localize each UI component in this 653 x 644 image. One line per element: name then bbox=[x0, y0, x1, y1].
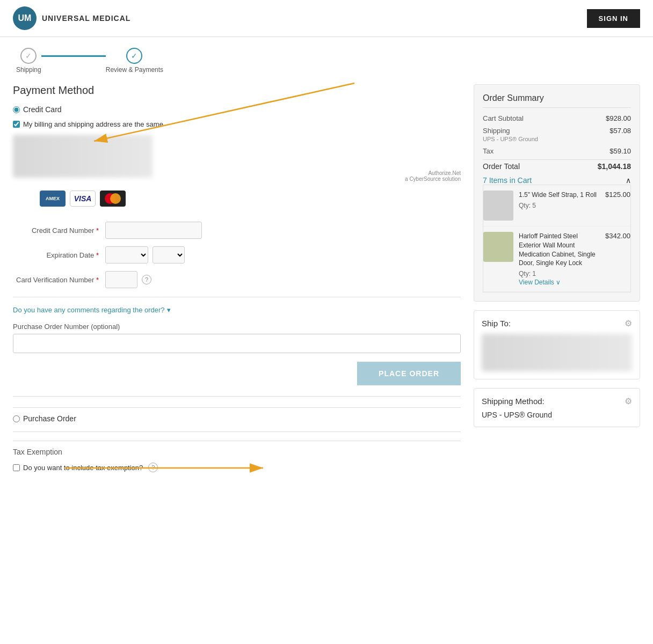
shipping-method-gear-icon[interactable]: ⚙ bbox=[625, 396, 632, 406]
cvv-label: Card Verification Number * bbox=[13, 276, 99, 284]
left-panel: Payment Method Credit Card My billing an… bbox=[13, 84, 461, 479]
order-summary-title: Order Summary bbox=[483, 93, 631, 108]
payment-icons-row: Authorize.Net a CyberSource solution AME… bbox=[13, 186, 461, 217]
tax-title: Tax Exemption bbox=[13, 448, 461, 456]
cvv-row: Card Verification Number * ? bbox=[13, 271, 461, 288]
divider3 bbox=[13, 431, 461, 432]
order-total-row: Order Total $1,044.18 bbox=[483, 159, 631, 171]
cc-number-row: Credit Card Number * bbox=[13, 222, 461, 239]
step2-label: Review & Payments bbox=[106, 66, 163, 74]
cvv-input[interactable] bbox=[105, 271, 137, 288]
cart-item-qty: Qty: 1 bbox=[519, 270, 630, 277]
chevron-down-icon: ∨ bbox=[556, 279, 561, 286]
divider1 bbox=[13, 297, 461, 297]
cc-number-label-text: Credit Card Number bbox=[32, 226, 94, 235]
tax-checkbox-label[interactable]: Do you want to include tax exemption? ? bbox=[13, 463, 461, 472]
expiry-month-select[interactable] bbox=[105, 246, 148, 264]
credit-card-radio-label[interactable]: Credit Card bbox=[13, 105, 461, 114]
cart-item-price: $125.00 bbox=[605, 191, 630, 221]
shipping-value: $57.08 bbox=[610, 127, 631, 135]
credit-card-label: Credit Card bbox=[23, 105, 62, 114]
card-icons: AMEX VISA bbox=[40, 191, 461, 207]
place-order-button[interactable]: PLACE ORDER bbox=[357, 362, 461, 385]
tax-label: Tax bbox=[483, 147, 494, 155]
comments-toggle[interactable]: Do you have any comments regarding the o… bbox=[13, 306, 461, 314]
tax-help-icon[interactable]: ? bbox=[148, 463, 158, 472]
logo-name: UNIVERSAL MEDICAL bbox=[42, 14, 130, 23]
cvv-label-text: Card Verification Number bbox=[16, 276, 94, 284]
cart-item: 1.5" Wide Self Strap, 1 Roll Qty: 5 $125… bbox=[483, 185, 630, 226]
cart-items-list: 1.5" Wide Self Strap, 1 Roll Qty: 5 $125… bbox=[483, 185, 631, 292]
right-panel: Order Summary Cart Subtotal $928.00 Ship… bbox=[474, 84, 640, 427]
amex-icon: AMEX bbox=[40, 191, 66, 207]
authorize-net-sub: a CyberSource solution bbox=[405, 176, 461, 182]
shipping-label: Shipping bbox=[483, 127, 510, 135]
address-blurred bbox=[13, 135, 153, 178]
mastercard-icon bbox=[100, 191, 126, 207]
shipping-method-title: Shipping Method: bbox=[482, 397, 545, 406]
billing-same-checkbox-label[interactable]: My billing and shipping address are the … bbox=[13, 120, 461, 128]
billing-same-checkbox[interactable] bbox=[13, 121, 20, 128]
tax-checkbox[interactable] bbox=[13, 464, 20, 471]
items-in-cart-header[interactable]: 7 Items in Cart ∧ bbox=[483, 176, 631, 185]
expiry-required: * bbox=[96, 251, 99, 259]
ship-to-section: Ship To: ⚙ bbox=[474, 310, 640, 379]
purchase-order-label: Purchase Order bbox=[23, 414, 76, 423]
cart-item: Harloff Painted Steel Exterior Wall Moun… bbox=[483, 226, 630, 292]
cart-item-name: Harloff Painted Steel Exterior Wall Moun… bbox=[519, 232, 601, 268]
step-review: ✓ Review & Payments bbox=[106, 48, 163, 74]
ship-to-gear-icon[interactable]: ⚙ bbox=[625, 318, 632, 328]
po-number-input[interactable] bbox=[13, 334, 461, 353]
expiry-year-select[interactable] bbox=[153, 246, 185, 264]
chevron-down-icon: ▾ bbox=[167, 306, 171, 314]
purchase-order-radio[interactable] bbox=[13, 415, 20, 422]
shipping-method-header: Shipping Method: ⚙ bbox=[482, 396, 632, 406]
cart-item-thumbnail bbox=[483, 191, 513, 221]
cart-item-info: 1.5" Wide Self Strap, 1 Roll Qty: 5 bbox=[519, 191, 600, 221]
ship-to-header: Ship To: ⚙ bbox=[482, 318, 632, 328]
divider2 bbox=[13, 396, 461, 397]
cc-number-input[interactable] bbox=[105, 222, 202, 239]
svg-point-1 bbox=[110, 193, 121, 204]
chevron-up-icon: ∧ bbox=[626, 176, 631, 185]
tax-value: $59.10 bbox=[610, 147, 631, 155]
sign-in-button[interactable]: SIGN IN bbox=[587, 9, 640, 28]
step1-label: Shipping bbox=[16, 66, 41, 74]
credit-card-radio[interactable] bbox=[13, 106, 20, 113]
progress-bar: ✓ Shipping ✓ Review & Payments bbox=[0, 37, 653, 84]
step-shipping: ✓ Shipping bbox=[16, 48, 41, 74]
visa-icon: VISA bbox=[70, 191, 96, 207]
expiry-label-text: Expiration Date bbox=[46, 251, 94, 259]
cart-item-thumbnail bbox=[483, 232, 513, 262]
po-number-section: Purchase Order Number (optional) bbox=[13, 323, 461, 362]
view-details-text: View Details bbox=[519, 279, 554, 286]
view-details-link[interactable]: View Details ∨ bbox=[519, 279, 630, 286]
shipping-method-value: UPS - UPS® Ground bbox=[482, 411, 552, 419]
logo-circle: UM bbox=[13, 6, 37, 30]
cart-item-qty: Qty: 5 bbox=[519, 202, 600, 209]
tax-checkbox-text: Do you want to include tax exemption? bbox=[23, 464, 143, 472]
comments-toggle-text: Do you have any comments regarding the o… bbox=[13, 306, 165, 314]
cart-subtotal-row: Cart Subtotal $928.00 bbox=[483, 114, 631, 122]
billing-same-text: My billing and shipping address are the … bbox=[23, 120, 163, 128]
order-total-label: Order Total bbox=[483, 162, 520, 171]
order-total-value: $1,044.18 bbox=[598, 162, 631, 171]
authorize-net-logo: Authorize.Net a CyberSource solution bbox=[405, 170, 461, 182]
order-summary: Order Summary Cart Subtotal $928.00 Ship… bbox=[474, 84, 640, 302]
payment-method-section: Credit Card My billing and shipping addr… bbox=[13, 105, 461, 288]
authorize-net-name: Authorize.Net bbox=[405, 170, 461, 176]
purchase-order-radio-label[interactable]: Purchase Order bbox=[13, 414, 461, 423]
payment-method-title: Payment Method bbox=[13, 84, 461, 97]
cart-subtotal-label: Cart Subtotal bbox=[483, 114, 524, 122]
main-layout: Payment Method Credit Card My billing an… bbox=[0, 84, 653, 492]
ship-to-title: Ship To: bbox=[482, 319, 511, 328]
purchase-order-section: Purchase Order bbox=[13, 407, 461, 423]
cvv-required: * bbox=[96, 276, 99, 284]
place-order-row: PLACE ORDER bbox=[13, 362, 461, 385]
cvv-help-icon[interactable]: ? bbox=[142, 275, 151, 284]
expiry-selects bbox=[105, 246, 185, 264]
po-label: Purchase Order Number (optional) bbox=[13, 323, 461, 331]
cc-number-label: Credit Card Number * bbox=[13, 226, 99, 235]
cc-required: * bbox=[96, 226, 99, 235]
shipping-method-section: Shipping Method: ⚙ UPS - UPS® Ground bbox=[474, 388, 640, 427]
